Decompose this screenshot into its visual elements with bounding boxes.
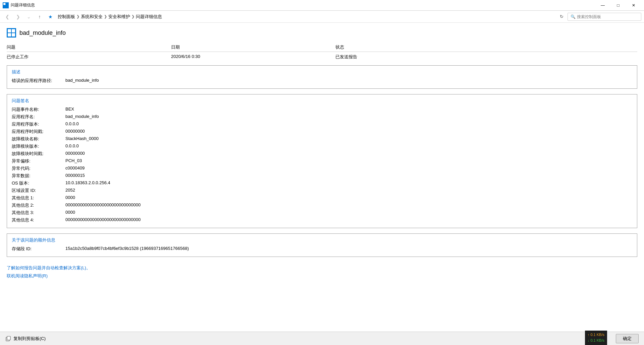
extra-fields: 存储段 ID:15a1b2c50a8b9f07cb4bf6ef3c9b1528 …	[12, 246, 632, 252]
svg-rect-1	[8, 29, 11, 32]
window-icon	[3, 2, 9, 8]
detail-label: 区域设置 ID:	[12, 188, 65, 194]
breadcrumb-item-3[interactable]: 安全和维护	[108, 14, 130, 20]
network-badge: ↑ 0.1 KB/s ↓ 0.1 KB/s	[585, 331, 607, 345]
up-button[interactable]: ↑	[35, 12, 44, 21]
col-problem: 问题	[7, 44, 171, 50]
detail-label: 其他信息 3:	[12, 210, 65, 216]
detail-value: 15a1b2c50a8b9f07cb4bf6ef3c9b1528 (196693…	[65, 246, 189, 252]
net-down-speed: ↓ 0.1 KB/s	[588, 338, 604, 344]
detail-row: 异常数据:00000015	[12, 173, 632, 179]
signature-section: 问题签名 问题事件名称:BEX应用程序名:bad_module_info应用程序…	[7, 94, 637, 228]
detail-value: 2052	[65, 188, 75, 194]
detail-label: 异常数据:	[12, 173, 65, 179]
net-up-speed: ↑ 0.1 KB/s	[588, 332, 604, 338]
breadcrumb-item-1[interactable]: 控制面板	[58, 14, 75, 20]
signature-title: 问题签名	[12, 98, 632, 104]
description-fields: 错误的应用程序路径: bad_module_info	[12, 78, 632, 84]
detail-row: 错误的应用程序路径: bad_module_info	[12, 78, 632, 84]
breadcrumb-sep-1: ❯	[76, 14, 79, 19]
detail-value: bad_module_info	[65, 78, 99, 84]
page-title: bad_module_info	[19, 29, 66, 37]
learn-link[interactable]: 了解如何报告问题并自动检查解决方案(L)。	[7, 265, 637, 271]
col-status: 状态	[335, 44, 637, 50]
description-section: 描述 错误的应用程序路径: bad_module_info	[7, 65, 637, 89]
copy-btn-row: 复制到剪贴板(C)	[5, 336, 46, 342]
detail-row: 其他信息 1:0000	[12, 195, 632, 201]
breadcrumb-item-2[interactable]: 系统和安全	[81, 14, 103, 20]
svg-rect-4	[12, 33, 15, 37]
search-box[interactable]: 🔍	[568, 13, 641, 21]
detail-row: OS 版本:10.0.18363.2.0.0.256.4	[12, 180, 632, 186]
privacy-link[interactable]: 联机阅读隐私声明(R)	[7, 273, 637, 279]
detail-label: 错误的应用程序路径:	[12, 78, 65, 84]
detail-value: c0000409	[65, 165, 85, 171]
breadcrumb-item-4: 问题详细信息	[136, 14, 162, 20]
confirm-button[interactable]: 确定	[616, 334, 639, 343]
problem-row: 已停止工作 2020/6/16 0:30 已发送报告	[7, 54, 637, 60]
detail-row: 其他信息 2:0000000000000000000000000000000	[12, 202, 632, 208]
detail-value: StackHash_0000	[65, 136, 99, 142]
signature-fields: 问题事件名称:BEX应用程序名:bad_module_info应用程序版本:0.…	[12, 107, 632, 223]
detail-label: 应用程序名:	[12, 114, 65, 120]
refresh-button[interactable]: ↻	[557, 12, 566, 21]
detail-row: 其他信息 3:0000	[12, 210, 632, 216]
detail-value: 00000000	[65, 151, 85, 157]
minimize-button[interactable]: —	[595, 0, 610, 11]
search-icon: 🔍	[571, 14, 576, 19]
close-button[interactable]: ✕	[626, 0, 641, 11]
back-button[interactable]: ❮	[3, 12, 12, 21]
status-value: 已发送报告	[335, 54, 637, 60]
detail-label: 存储段 ID:	[12, 246, 65, 252]
detail-label: 故障模块版本:	[12, 143, 65, 149]
detail-row: 存储段 ID:15a1b2c50a8b9f07cb4bf6ef3c9b1528 …	[12, 246, 632, 252]
detail-row: 异常代码:c0000409	[12, 165, 632, 171]
forward-button[interactable]: ❯	[13, 12, 23, 21]
detail-value: bad_module_info	[65, 114, 99, 120]
breadcrumb: 控制面板 ❯ 系统和安全 ❯ 安全和维护 ❯ 问题详细信息	[58, 14, 555, 20]
search-input[interactable]	[577, 14, 638, 19]
detail-row: 故障模块名称:StackHash_0000	[12, 136, 632, 142]
col-date: 日期	[171, 44, 335, 50]
detail-value: 0000	[65, 195, 75, 201]
extra-section: 关于该问题的额外信息 存储段 ID:15a1b2c50a8b9f07cb4bf6…	[7, 233, 637, 257]
copy-icon	[5, 336, 11, 342]
detail-row: 问题事件名称:BEX	[12, 107, 632, 113]
pin-button[interactable]: ★	[46, 12, 55, 21]
detail-label: 故障模块时间戳:	[12, 151, 65, 157]
detail-row: 故障模块版本:0.0.0.0	[12, 143, 632, 149]
detail-row: 应用程序名:bad_module_info	[12, 114, 632, 120]
detail-row: 异常偏移:PCH_03	[12, 158, 632, 164]
detail-value: 0000	[65, 210, 75, 216]
description-title: 描述	[12, 69, 632, 75]
bottom-links: 了解如何报告问题并自动检查解决方案(L)。 联机阅读隐私声明(R)	[7, 262, 637, 284]
detail-value: 00000000	[65, 129, 85, 135]
title-bar: 问题详细信息 — □ ✕	[0, 0, 644, 11]
recent-button[interactable]: ⌄	[24, 12, 34, 21]
detail-value: 0000000000000000000000000000000	[65, 202, 141, 208]
detail-row: 应用程序版本:0.0.0.0	[12, 121, 632, 127]
main-content: bad_module_info 问题 日期 状态 已停止工作 2020/6/16…	[0, 23, 644, 332]
detail-value: 00000015	[65, 173, 85, 179]
detail-row: 区域设置 ID:2052	[12, 188, 632, 194]
detail-row: 故障模块时间戳:00000000	[12, 151, 632, 157]
copy-label[interactable]: 复制到剪贴板(C)	[13, 336, 46, 342]
detail-value: 0.0.0.0	[65, 121, 79, 127]
detail-label: OS 版本:	[12, 180, 65, 186]
problem-value: 已停止工作	[7, 54, 171, 60]
maximize-button[interactable]: □	[610, 0, 626, 11]
breadcrumb-sep-2: ❯	[104, 14, 107, 19]
page-title-row: bad_module_info	[7, 28, 637, 38]
extra-title: 关于该问题的额外信息	[12, 237, 632, 243]
detail-row: 应用程序时间戳:00000000	[12, 129, 632, 135]
detail-label: 问题事件名称:	[12, 107, 65, 113]
detail-value: 0.0.0.0	[65, 143, 79, 149]
svg-rect-2	[12, 29, 15, 32]
detail-label: 其他信息 1:	[12, 195, 65, 201]
window-controls: — □ ✕	[595, 0, 641, 11]
detail-label: 异常偏移:	[12, 158, 65, 164]
detail-value: 0000000000000000000000000000000	[65, 217, 141, 223]
svg-rect-6	[7, 336, 10, 340]
nav-bar: ❮ ❯ ⌄ ↑ ★ 控制面板 ❯ 系统和安全 ❯ 安全和维护 ❯ 问题详细信息 …	[0, 11, 644, 23]
bottom-toolbar: 复制到剪贴板(C) 确定	[0, 332, 644, 345]
